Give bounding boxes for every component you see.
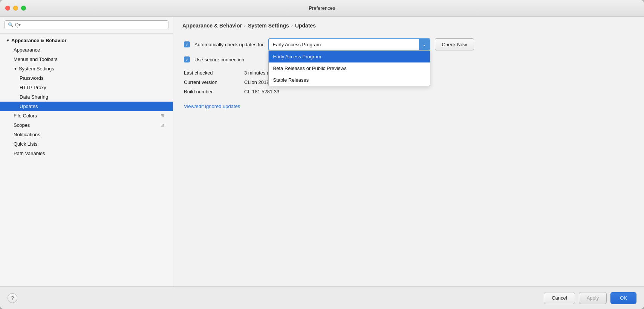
cancel-button[interactable]: Cancel: [544, 292, 575, 304]
dropdown-option-beta[interactable]: Beta Releases or Public Previews: [269, 62, 430, 74]
apply-button[interactable]: Apply: [579, 292, 607, 304]
use-secure-checkbox[interactable]: ✓: [184, 56, 190, 62]
sidebar-item-label: Data Sharing: [20, 94, 48, 100]
sidebar-item-passwords[interactable]: Passwords: [0, 73, 173, 83]
sidebar-item-menus-toolbars[interactable]: Menus and Toolbars: [0, 55, 173, 64]
dropdown-selected-value: Early Access Program: [273, 42, 321, 47]
sidebar-item-label: HTTP Proxy: [20, 85, 46, 90]
use-secure-label: Use secure connection: [194, 57, 244, 62]
update-channel-dropdown-container: Early Access Program ⌄ Early Access Prog…: [268, 38, 430, 50]
search-input[interactable]: [15, 22, 165, 27]
sidebar-item-system-settings[interactable]: ▼ System Settings: [0, 64, 173, 73]
sidebar-item-label: Notifications: [14, 132, 40, 137]
sidebar-item-quick-lists[interactable]: Quick Lists: [0, 139, 173, 149]
chevron-down-icon: ⌄: [422, 42, 426, 47]
auto-check-row: ✓ Automatically check updates for Early …: [184, 38, 633, 50]
sidebar-item-updates[interactable]: Updates: [0, 102, 173, 111]
sidebar-item-data-sharing[interactable]: Data Sharing: [0, 92, 173, 102]
sidebar-item-scopes[interactable]: Scopes ⊞: [0, 120, 173, 130]
dropdown-option-stable[interactable]: Stable Releases: [269, 74, 430, 86]
dropdown-arrow-icon: ⌄: [419, 39, 430, 50]
close-button[interactable]: [5, 6, 10, 11]
sidebar-item-label: Updates: [20, 104, 38, 109]
sidebar-tree: ▼ Appearance & Behavior Appearance Menus…: [0, 33, 173, 286]
view-ignored-updates-link[interactable]: View/edit ignored updates: [184, 104, 240, 109]
sidebar-item-appearance[interactable]: Appearance: [0, 45, 173, 55]
bottom-buttons: Cancel Apply OK: [544, 292, 636, 304]
update-channel-dropdown[interactable]: Early Access Program ⌄: [268, 38, 430, 50]
search-icon: 🔍: [8, 22, 14, 27]
auto-check-label: Automatically check updates for: [194, 42, 264, 47]
sidebar-item-label: Appearance: [14, 47, 40, 53]
content-area: 🔍 ▼ Appearance & Behavior Appearance Men…: [0, 17, 644, 286]
preferences-window: Preferences 🔍 ▼ Appearance & Behavior Ap…: [0, 0, 644, 309]
search-box[interactable]: 🔍: [5, 20, 168, 29]
ok-button[interactable]: OK: [610, 292, 636, 304]
sidebar-item-file-colors[interactable]: File Colors ⊞: [0, 111, 173, 120]
last-checked-label: Last checked: [184, 70, 244, 76]
sidebar-item-http-proxy[interactable]: HTTP Proxy: [0, 83, 173, 92]
build-number-value: CL-181.5281.33: [244, 89, 633, 94]
sidebar-item-label: Appearance & Behavior: [11, 38, 67, 43]
sidebar-item-label: Passwords: [20, 75, 44, 81]
breadcrumb-sep-2: ›: [291, 23, 293, 28]
traffic-lights: [5, 6, 26, 11]
breadcrumb-sep-1: ›: [244, 23, 246, 28]
help-button[interactable]: ?: [8, 293, 17, 303]
sidebar-item-path-variables[interactable]: Path Variables: [0, 149, 173, 158]
main-content: ✓ Automatically check updates for Early …: [173, 32, 644, 286]
sidebar-item-notifications[interactable]: Notifications: [0, 130, 173, 139]
breadcrumb-part-1: Appearance & Behavior: [182, 23, 242, 29]
build-number-label: Build number: [184, 89, 244, 94]
minimize-button[interactable]: [13, 6, 18, 11]
copy-icon: ⊞: [161, 113, 164, 118]
sidebar-item-label: File Colors: [14, 113, 37, 119]
main-panel: Appearance & Behavior › System Settings …: [173, 17, 644, 286]
sidebar-item-label: Quick Lists: [14, 141, 38, 147]
titlebar: Preferences: [0, 0, 644, 17]
breadcrumb-part-2: System Settings: [248, 23, 289, 29]
collapse-icon: ▼: [6, 38, 10, 43]
dropdown-option-early-access[interactable]: Early Access Program: [269, 51, 430, 62]
bottom-bar: ? Cancel Apply OK: [0, 286, 644, 309]
sidebar-item-label: Scopes: [14, 122, 30, 128]
sidebar-item-label: Path Variables: [14, 151, 45, 156]
check-now-button[interactable]: Check Now: [435, 38, 474, 50]
sidebar-item-label: Menus and Toolbars: [14, 56, 58, 62]
window-title: Preferences: [309, 5, 335, 11]
collapse-icon: ▼: [14, 67, 17, 71]
copy-icon: ⊞: [161, 123, 164, 128]
sidebar-item-label: System Settings: [19, 66, 54, 72]
dropdown-menu: Early Access Program Beta Releases or Pu…: [268, 50, 430, 86]
auto-check-checkbox[interactable]: ✓: [184, 41, 190, 47]
maximize-button[interactable]: [21, 6, 26, 11]
breadcrumb: Appearance & Behavior › System Settings …: [173, 17, 644, 32]
sidebar: 🔍 ▼ Appearance & Behavior Appearance Men…: [0, 17, 173, 286]
search-container: 🔍: [0, 17, 173, 33]
breadcrumb-part-3: Updates: [295, 23, 316, 29]
sidebar-item-appearance-behavior[interactable]: ▼ Appearance & Behavior: [0, 36, 173, 45]
current-version-label: Current version: [184, 79, 244, 85]
